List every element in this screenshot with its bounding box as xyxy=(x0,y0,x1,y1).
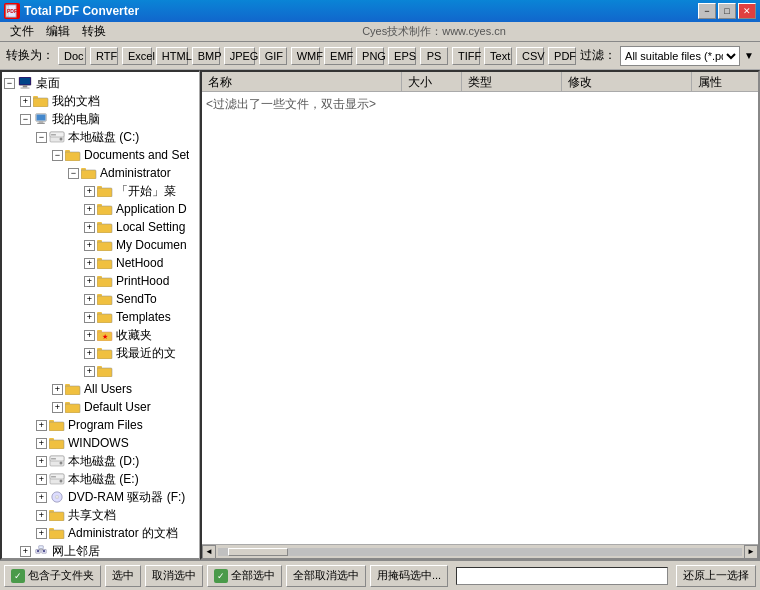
format-pdf[interactable]: PDF xyxy=(548,47,576,65)
tree-item-locale[interactable]: 本地磁盘 (E:) xyxy=(4,470,197,488)
tree-item-appdata[interactable]: Application D xyxy=(4,200,197,218)
minimize-button[interactable]: − xyxy=(698,3,716,19)
include-subfolders-btn[interactable]: ✓ 包含子文件夹 xyxy=(4,565,101,587)
tree-expander[interactable] xyxy=(84,276,95,287)
tree-expander[interactable] xyxy=(36,456,47,467)
tree-expander[interactable] xyxy=(4,78,15,89)
scroll-right-btn[interactable]: ► xyxy=(744,545,758,559)
tree-expander[interactable] xyxy=(36,492,47,503)
tree-expander[interactable] xyxy=(68,168,79,179)
tree-item-locald[interactable]: 本地磁盘 (D:) xyxy=(4,452,197,470)
tree-expander[interactable] xyxy=(52,150,63,161)
col-header-type[interactable]: 类型 xyxy=(462,72,562,91)
format-emf[interactable]: EMF xyxy=(324,47,352,65)
drive-icon xyxy=(49,454,65,468)
tree-item-nethood[interactable]: NetHood xyxy=(4,254,197,272)
tree-expander[interactable] xyxy=(84,186,95,197)
tree-item-printhood[interactable]: PrintHood xyxy=(4,272,197,290)
menu-edit[interactable]: 编辑 xyxy=(40,21,76,42)
format-excel[interactable]: Excel xyxy=(122,47,152,65)
col-header-attr[interactable]: 属性 xyxy=(692,72,758,91)
maximize-button[interactable]: □ xyxy=(718,3,736,19)
menu-file[interactable]: 文件 xyxy=(4,21,40,42)
tree-item-windows[interactable]: WINDOWS xyxy=(4,434,197,452)
tree-item-templates[interactable]: Templates xyxy=(4,308,197,326)
tree-item-smallfolder[interactable] xyxy=(4,362,197,380)
tree-expander[interactable] xyxy=(36,438,47,449)
scroll-left-btn[interactable]: ◄ xyxy=(202,545,216,559)
tree-item-localsetting[interactable]: Local Setting xyxy=(4,218,197,236)
tree-panel[interactable]: 桌面 我的文档 我的电脑 本地磁盘 (C:) Documents and Set… xyxy=(0,70,200,560)
tree-item-mycomp[interactable]: 我的电脑 xyxy=(4,110,197,128)
select-all-btn[interactable]: ✓ 全部选中 xyxy=(207,565,282,587)
tree-expander[interactable] xyxy=(84,258,95,269)
format-ps[interactable]: PS xyxy=(420,47,448,65)
tree-item-start[interactable]: 「开始」菜 xyxy=(4,182,197,200)
col-header-name[interactable]: 名称 xyxy=(202,72,402,91)
tree-expander[interactable] xyxy=(36,132,47,143)
tree-expander[interactable] xyxy=(84,240,95,251)
tree-item-allusers[interactable]: All Users xyxy=(4,380,197,398)
horizontal-scrollbar[interactable]: ◄ ► xyxy=(202,544,758,558)
tree-expander[interactable] xyxy=(84,366,95,377)
tree-expander[interactable] xyxy=(84,330,95,341)
tree-item-programfiles[interactable]: Program Files xyxy=(4,416,197,434)
tree-expander[interactable] xyxy=(20,114,31,125)
tree-expander[interactable] xyxy=(84,294,95,305)
col-header-modified[interactable]: 修改 xyxy=(562,72,692,91)
tree-item-mydocuments[interactable]: My Documen xyxy=(4,236,197,254)
tree-expander[interactable] xyxy=(84,222,95,233)
tree-item-docsset[interactable]: Documents and Set xyxy=(4,146,197,164)
tree-item-favorites[interactable]: ★ 收藏夹 xyxy=(4,326,197,344)
scroll-track[interactable] xyxy=(218,548,742,556)
format-text[interactable]: Text xyxy=(484,47,512,65)
format-html[interactable]: HTML xyxy=(156,47,188,65)
tree-item-dvdram[interactable]: DVD-RAM 驱动器 (F:) xyxy=(4,488,197,506)
format-eps[interactable]: EPS xyxy=(388,47,416,65)
restore-btn[interactable]: 还原上一选择 xyxy=(676,565,756,587)
tree-expander[interactable] xyxy=(20,96,31,107)
format-jpeg[interactable]: JPEG xyxy=(224,47,255,65)
deselect-all-btn[interactable]: 全部取消选中 xyxy=(286,565,366,587)
scroll-thumb[interactable] xyxy=(228,548,288,556)
format-png[interactable]: PNG xyxy=(356,47,384,65)
format-tiff[interactable]: TIFF xyxy=(452,47,480,65)
tree-expander[interactable] xyxy=(52,384,63,395)
folder-icon xyxy=(33,95,49,107)
format-rtf[interactable]: RTF xyxy=(90,47,118,65)
tree-item-recent[interactable]: 我最近的文 xyxy=(4,344,197,362)
close-button[interactable]: ✕ xyxy=(738,3,756,19)
tree-item-defaultuser[interactable]: Default User xyxy=(4,398,197,416)
menu-convert[interactable]: 转换 xyxy=(76,21,112,42)
deselect-btn[interactable]: 取消选中 xyxy=(145,565,203,587)
mask-select-btn[interactable]: 用掩码选中... xyxy=(370,565,448,587)
tree-item-desktop[interactable]: 桌面 xyxy=(4,74,197,92)
format-gif[interactable]: GIF xyxy=(259,47,287,65)
tree-item-mydocs[interactable]: 我的文档 xyxy=(4,92,197,110)
filter-select[interactable]: All suitable files (*.pdf,*. xyxy=(620,46,740,66)
tree-expander[interactable] xyxy=(36,528,47,539)
tree-expander[interactable] xyxy=(20,546,31,557)
select-btn[interactable]: 选中 xyxy=(105,565,141,587)
format-doc[interactable]: Doc xyxy=(58,47,86,65)
tree-item-network[interactable]: 网上邻居 xyxy=(4,542,197,560)
tree-expander[interactable] xyxy=(84,204,95,215)
tree-label: 桌面 xyxy=(36,75,60,92)
format-bmp[interactable]: BMP xyxy=(192,47,220,65)
tree-expander[interactable] xyxy=(84,312,95,323)
tree-expander[interactable] xyxy=(36,474,47,485)
tree-expander[interactable] xyxy=(36,420,47,431)
tree-label: 我的文档 xyxy=(52,93,100,110)
tree-expander[interactable] xyxy=(52,402,63,413)
tree-item-sendto[interactable]: SendTo xyxy=(4,290,197,308)
tree-item-shared[interactable]: 共享文档 xyxy=(4,506,197,524)
tree-item-localc[interactable]: 本地磁盘 (C:) xyxy=(4,128,197,146)
tree-expander[interactable] xyxy=(84,348,95,359)
col-header-size[interactable]: 大小 xyxy=(402,72,462,91)
filter-dropdown-arrow[interactable]: ▼ xyxy=(744,50,754,61)
format-csv[interactable]: CSV xyxy=(516,47,544,65)
tree-item-admin[interactable]: Administrator xyxy=(4,164,197,182)
tree-item-admindocs[interactable]: Administrator 的文档 xyxy=(4,524,197,542)
tree-expander[interactable] xyxy=(36,510,47,521)
format-wmf[interactable]: WMF xyxy=(291,47,320,65)
